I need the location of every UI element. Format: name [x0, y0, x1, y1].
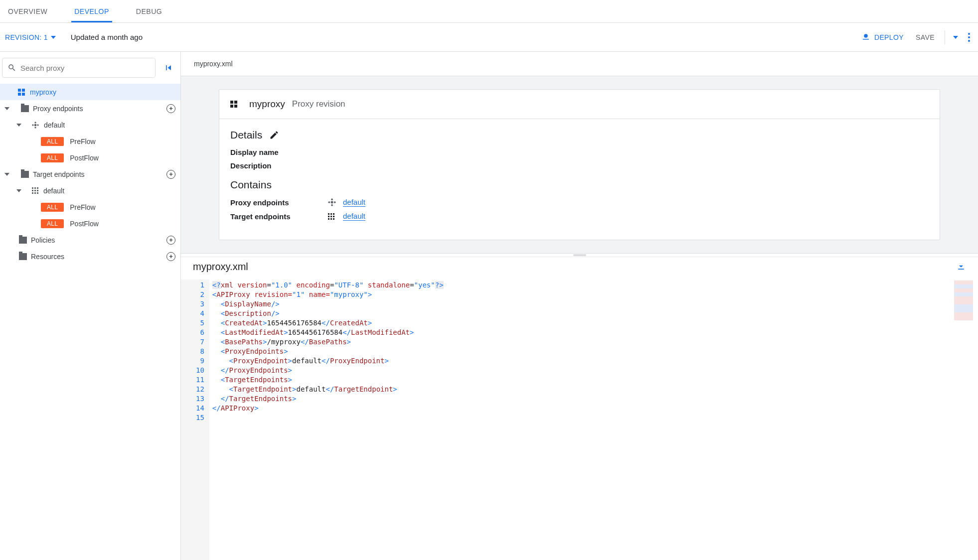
folder-icon: [21, 171, 29, 178]
caret-down-icon: [16, 188, 22, 194]
proxy-icon: [18, 89, 25, 96]
tab-develop[interactable]: DEVELOP: [71, 0, 112, 22]
card-subtitle: Proxy revision: [292, 99, 345, 109]
tree-label: PostFlow: [70, 220, 99, 228]
caret-down-icon: [16, 122, 22, 128]
code-filename: myproxy.xml: [193, 261, 248, 273]
tree-item-policies[interactable]: Policies +: [0, 232, 180, 248]
tree-item-root[interactable]: myproxy: [0, 84, 180, 100]
folder-icon: [19, 237, 27, 244]
tree-label: Resources: [31, 253, 64, 261]
minimap: [954, 280, 973, 320]
code-area[interactable]: <?xml version="1.0" encoding="UTF-8" sta…: [209, 280, 978, 560]
search-box[interactable]: [2, 58, 156, 78]
search-input[interactable]: [20, 64, 150, 72]
revision-label: REVISION: 1: [5, 33, 48, 41]
card-title: myproxy: [249, 99, 285, 110]
chevron-down-bar-icon: [956, 262, 966, 272]
proxy-endpoints-label: Proxy endpoints: [230, 198, 328, 207]
tree-item-proxy-default[interactable]: default: [0, 117, 180, 133]
endpoint-icon: [32, 122, 39, 129]
revision-dropdown[interactable]: REVISION: 1: [3, 33, 58, 41]
splitter-handle: [573, 254, 586, 256]
display-name-label: Display name: [230, 148, 929, 156]
all-badge: ALL: [41, 137, 64, 146]
add-button[interactable]: +: [166, 252, 175, 261]
expand-code-button[interactable]: [956, 262, 966, 272]
divider: [945, 30, 945, 44]
folder-icon: [19, 253, 27, 260]
contains-heading: Contains: [230, 179, 272, 191]
top-tabs: OVERVIEW DEVELOP DEBUG: [0, 0, 978, 23]
all-badge: ALL: [41, 219, 64, 228]
target-icon: [32, 187, 38, 194]
updated-label: Updated a month ago: [71, 33, 143, 41]
more-vert-icon: [968, 33, 970, 42]
tree-item-target-default[interactable]: default: [0, 182, 180, 199]
save-button[interactable]: SAVE: [909, 33, 942, 41]
pencil-icon: [269, 130, 279, 140]
code-editor[interactable]: 123456789101112131415 <?xml version="1.0…: [181, 280, 978, 560]
tree-label: Target endpoints: [33, 170, 85, 178]
gutter: 123456789101112131415: [181, 280, 209, 560]
collapse-sidebar-button[interactable]: [162, 61, 175, 75]
tree-item-target-postflow[interactable]: ALL PostFlow: [0, 215, 180, 232]
svg-point-2: [968, 33, 970, 35]
tree-label: PostFlow: [70, 154, 99, 162]
splitter[interactable]: [181, 253, 978, 257]
add-button[interactable]: +: [166, 236, 175, 245]
sidebar: myproxy Proxy endpoints + default ALL Pr…: [0, 52, 181, 560]
target-endpoint-link[interactable]: default: [343, 212, 365, 221]
tree-label: default: [44, 121, 65, 129]
main-panel: myproxy.xml myproxy Proxy revision Detai…: [181, 52, 978, 560]
search-icon: [7, 63, 16, 72]
description-label: Description: [230, 161, 929, 170]
details-card: myproxy Proxy revision Details Display n…: [219, 89, 940, 240]
code-header: myproxy.xml: [181, 257, 978, 280]
tree-item-target-preflow[interactable]: ALL PreFlow: [0, 199, 180, 215]
tree-item-target-endpoints[interactable]: Target endpoints +: [0, 166, 180, 182]
svg-rect-1: [863, 39, 869, 40]
svg-rect-5: [958, 269, 964, 270]
tree-label: Proxy endpoints: [33, 105, 83, 113]
tree-item-proxy-postflow[interactable]: ALL PostFlow: [0, 149, 180, 166]
tree-label: PreFlow: [70, 138, 95, 145]
caret-down-icon: [4, 106, 10, 112]
deploy-icon: [861, 33, 870, 42]
tab-debug[interactable]: DEBUG: [133, 0, 165, 22]
tree-label: PreFlow: [70, 203, 95, 211]
chevron-first-icon: [163, 63, 173, 73]
tree-label: myproxy: [30, 88, 56, 96]
edit-button[interactable]: [269, 130, 279, 140]
target-endpoints-label: Target endpoints: [230, 212, 328, 221]
svg-point-0: [864, 34, 868, 38]
chevron-down-icon: [51, 36, 56, 39]
save-dropdown-button[interactable]: [948, 36, 963, 39]
endpoint-icon: [328, 198, 336, 206]
tree-label: default: [43, 187, 64, 195]
tree-item-proxy-endpoints[interactable]: Proxy endpoints +: [0, 100, 180, 117]
more-menu-button[interactable]: [963, 33, 975, 42]
chevron-down-icon: [953, 36, 958, 39]
target-icon: [328, 213, 334, 220]
tree-item-proxy-preflow[interactable]: ALL PreFlow: [0, 133, 180, 149]
proxy-icon: [230, 101, 237, 108]
breadcrumb: myproxy.xml: [181, 52, 978, 76]
tab-overview[interactable]: OVERVIEW: [5, 0, 50, 22]
svg-point-3: [968, 36, 970, 38]
details-heading: Details: [230, 129, 262, 141]
svg-point-4: [968, 40, 970, 42]
caret-down-icon: [4, 171, 10, 177]
sub-header: REVISION: 1 Updated a month ago DEPLOY S…: [0, 23, 978, 52]
deploy-button[interactable]: DEPLOY: [856, 33, 909, 42]
deploy-label: DEPLOY: [874, 33, 904, 41]
proxy-endpoint-link[interactable]: default: [343, 198, 365, 207]
all-badge: ALL: [41, 203, 64, 212]
tree-item-resources[interactable]: Resources +: [0, 248, 180, 265]
tree-label: Policies: [31, 236, 55, 244]
add-button[interactable]: +: [166, 104, 175, 113]
all-badge: ALL: [41, 153, 64, 162]
add-button[interactable]: +: [166, 170, 175, 179]
folder-icon: [21, 105, 29, 112]
